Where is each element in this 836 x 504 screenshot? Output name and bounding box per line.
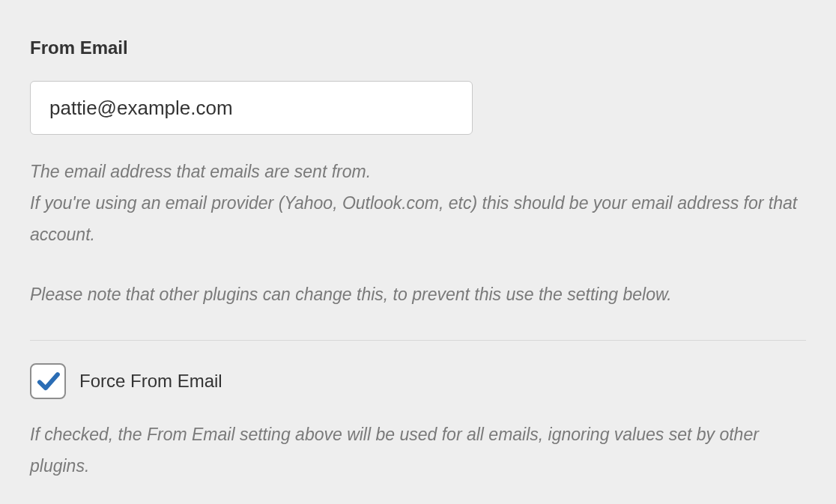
from-email-section: From Email The email address that emails… — [30, 37, 806, 482]
force-from-email-row: Force From Email — [30, 363, 806, 399]
from-email-label: From Email — [30, 37, 806, 58]
force-from-email-checkbox[interactable] — [30, 363, 66, 399]
description-line: Please note that other plugins can chang… — [30, 279, 806, 310]
checkmark-icon — [35, 368, 61, 395]
section-divider — [30, 340, 806, 341]
force-from-email-description: If checked, the From Email setting above… — [30, 419, 806, 482]
from-email-input[interactable] — [30, 81, 473, 135]
force-from-email-label[interactable]: Force From Email — [79, 371, 222, 392]
description-line: If you're using an email provider (Yahoo… — [30, 187, 806, 250]
description-line: The email address that emails are sent f… — [30, 156, 806, 187]
from-email-description: The email address that emails are sent f… — [30, 156, 806, 310]
